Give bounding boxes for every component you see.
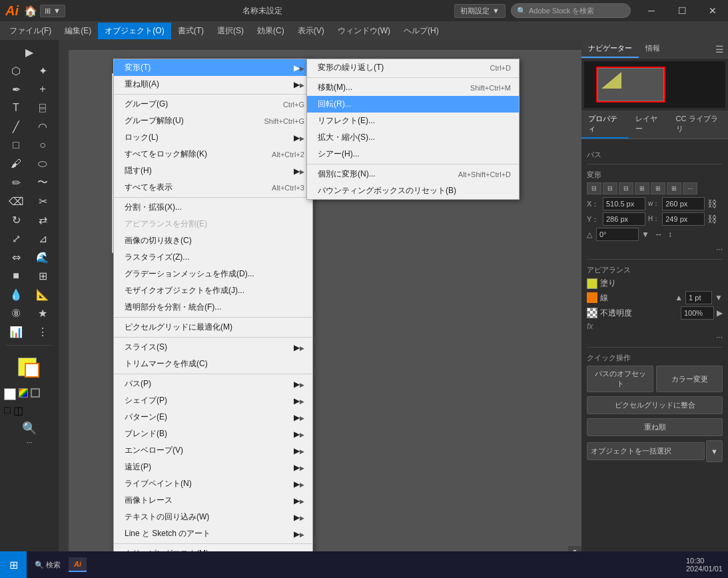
submenu-transform-each[interactable]: 個別に変形(N)... Alt+Shift+Ctrl+D [307,166,519,182]
menu-item-line-sketch[interactable]: Line と Sketch のアート ▶ [114,525,312,542]
column-graph-tool[interactable]: 📊 [3,323,29,340]
menu-item-arrange[interactable]: 重ね順(A) ▶ [114,76,312,93]
angle-input[interactable] [596,228,639,241]
arc-tool[interactable]: ◠ [29,118,56,135]
menu-item-pixel-grid[interactable]: ピクセルグリッドに最適化(M) [114,319,312,336]
pixel-grid-button[interactable]: ピクセルグリッドに整合 [587,396,723,414]
stroke-width-input[interactable] [685,291,712,304]
rotate-tool[interactable]: ↻ [3,211,29,228]
menu-item-ungroup[interactable]: グループ解除(U) Shift+Ctrl+G [114,113,312,129]
y-input[interactable] [603,212,645,226]
rect-tool[interactable]: □ [3,137,29,154]
reflect-tool[interactable]: ⇄ [29,211,56,228]
path-offset-button[interactable]: パスのオフセット [587,366,653,392]
expand-toolbar-btn[interactable]: ··· [26,438,32,446]
menu-item-blend[interactable]: ブレンド(B) ▶ [114,426,312,442]
eraser-tool[interactable]: ⌫ [3,192,29,210]
pen-tool[interactable]: ✒ [3,81,29,98]
tab-cc-libraries[interactable]: CC ライブラリ [669,111,728,139]
mesh-tool[interactable]: ⊞ [29,267,56,284]
menu-item-transform[interactable]: 変形(T) ▶ [114,59,312,76]
none-color-icon[interactable] [31,388,40,398]
slice-tool[interactable]: ⋮ [29,323,56,340]
align-center-icon[interactable]: ⊟ [603,182,617,194]
restore-button[interactable]: ☐ [667,0,697,21]
blob-brush-tool[interactable]: ⬭ [29,155,56,172]
menu-item-rasterize[interactable]: ラスタライズ(Z)... [114,249,312,266]
align-middle-icon[interactable]: ⊞ [651,182,665,194]
eyedropper-tool[interactable]: 💧 [3,286,29,303]
menu-item-lock[interactable]: ロック(L) ▶ [114,129,312,146]
menu-window[interactable]: ウィンドウ(W) [331,23,397,39]
stroke-unit-dropdown[interactable]: ▼ [715,293,723,302]
tab-navigator[interactable]: ナビゲーター [581,40,639,58]
add-anchor-tool[interactable]: + [29,81,56,98]
layout-switcher[interactable]: ⊞▼ [40,5,65,17]
draw-behind-icon[interactable]: ◫ [12,403,25,418]
flip-h-icon[interactable]: ↔ [655,230,663,239]
menu-item-image-trace[interactable]: 画像トレース ▶ [114,492,312,509]
submenu-repeat-transform[interactable]: 変形の繰り返し(T) Ctrl+D [307,59,519,76]
menu-item-hide[interactable]: 隠す(H) ▶ [114,162,312,179]
home-icon[interactable]: 🏠 [24,5,37,17]
submenu-reflect[interactable]: リフレクト(E)... [307,113,519,129]
more-appearance-options[interactable]: ··· [716,332,723,342]
menu-item-mosaic[interactable]: モザイクオブジェクトを作成(J)... [114,282,312,299]
line-tool[interactable]: ╱ [3,118,29,135]
pencil-tool[interactable]: ✏ [3,174,29,191]
width-tool[interactable]: ⇔ [3,248,29,266]
menu-item-trim-marks[interactable]: トリムマークを作成(C) [114,356,312,372]
align-bottom-icon[interactable]: ⊞ [667,182,681,194]
shear-tool[interactable]: ⊿ [29,230,56,247]
normal-mode-icon[interactable]: □ [3,403,12,418]
symbol-tool[interactable]: ★ [29,304,56,322]
tab-properties[interactable]: プロパティ [581,111,629,139]
menu-item-expand-appearance[interactable]: アピアランスを分割(E) [114,216,312,232]
start-button[interactable]: ⊞ [0,551,27,578]
menu-item-pattern[interactable]: パターン(E) ▶ [114,409,312,426]
stack-order-button[interactable]: 重ね順 [587,418,723,436]
submenu-reset-bbox[interactable]: バウンティングボックスのリセット(B) [307,182,519,199]
menu-file[interactable]: ファイル(F) [3,23,58,39]
submenu-shear[interactable]: シアー(H)... [307,146,519,162]
menu-item-gradient-mesh[interactable]: グラデーションメッシュを作成(D)... [114,266,312,282]
scissors-tool[interactable]: ✂ [29,192,56,210]
color-icon[interactable] [19,388,28,398]
paintbrush-tool[interactable]: 🖌 [3,155,29,172]
more-transform-options[interactable]: ··· [716,244,723,254]
select-all-dropdown[interactable]: ▼ [706,440,723,462]
close-button[interactable]: ✕ [697,0,728,21]
stroke-color-swatch[interactable] [25,363,39,378]
menu-type[interactable]: 書式(T) [171,23,210,39]
ellipse-tool[interactable]: ○ [29,137,56,154]
menu-effect[interactable]: 効果(C) [250,23,291,39]
up-arrow-icon[interactable]: ▲ [675,293,683,302]
h-input[interactable] [662,212,705,226]
area-type-tool[interactable]: ⌸ [29,99,56,117]
menu-item-expand[interactable]: 分割・拡張(X)... [114,199,312,216]
measure-tool[interactable]: 📐 [29,286,56,303]
direct-select-tool[interactable]: ⬡ [3,62,29,79]
align-right-icon[interactable]: ⊟ [619,182,633,194]
submenu-rotate[interactable]: 回転(R)... [307,96,519,113]
menu-item-shape[interactable]: シェイプ(P) ▶ [114,392,312,409]
constrain-icon[interactable]: ⛓ [707,198,717,209]
panel-menu-icon[interactable]: ☰ [715,44,724,55]
color-change-button[interactable]: カラー変更 [656,366,723,392]
selection-tool[interactable]: ▶ [3,43,56,61]
menu-item-show-all[interactable]: すべてを表示 Alt+Ctrl+3 [114,179,312,196]
menu-item-group[interactable]: グループ(G) Ctrl+G [114,96,312,113]
menu-edit[interactable]: 編集(E) [58,23,98,39]
menu-select[interactable]: 選択(S) [210,23,250,39]
menu-item-image-crop[interactable]: 画像の切り抜き(C) [114,232,312,249]
menu-item-envelope[interactable]: エンベロープ(V) ▶ [114,442,312,459]
menu-item-perspective[interactable]: 遠近(P) ▶ [114,459,312,475]
menu-help[interactable]: ヘルプ(H) [397,23,446,39]
menu-view[interactable]: 表示(V) [291,23,331,39]
gradient-tool[interactable]: ■ [3,267,29,284]
minimize-button[interactable]: ─ [636,0,667,21]
tab-info[interactable]: 情報 [639,40,667,58]
select-all-button[interactable]: オブジェクトを一括選択 [587,442,705,460]
w-input[interactable] [662,197,705,210]
x-input[interactable] [603,197,645,210]
